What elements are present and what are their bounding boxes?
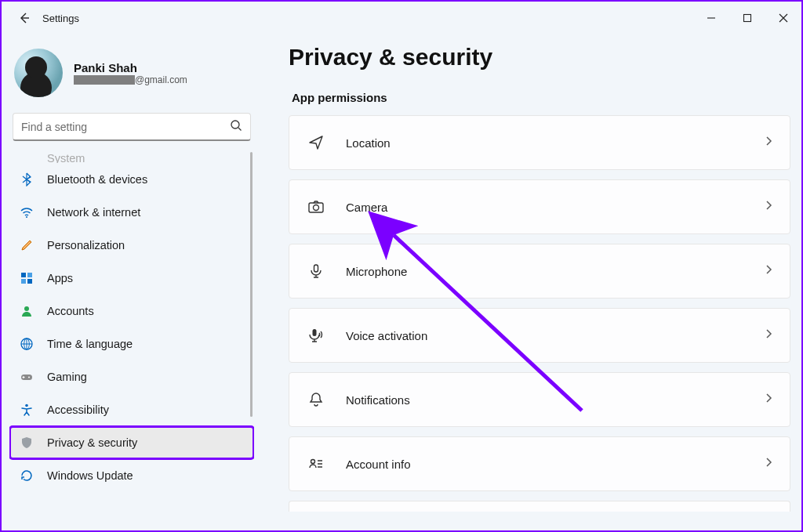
permission-notifications[interactable]: Notifications	[289, 372, 790, 427]
paintbrush-icon	[19, 238, 35, 252]
maximize-icon	[743, 13, 752, 23]
svg-point-13	[25, 404, 28, 407]
svg-rect-6	[21, 279, 26, 284]
voice-activation-icon	[305, 327, 327, 344]
permission-camera[interactable]: Camera	[289, 179, 790, 234]
update-icon	[19, 469, 35, 483]
permission-microphone[interactable]: Microphone	[289, 244, 790, 299]
bluetooth-icon	[19, 172, 35, 186]
chevron-right-icon	[763, 328, 774, 342]
chevron-right-icon	[763, 264, 774, 278]
minimize-button[interactable]	[693, 5, 729, 31]
sidebar-item-label: Personalization	[47, 239, 125, 252]
sidebar-item-privacy-security[interactable]: Privacy & security	[9, 426, 254, 459]
chevron-right-icon	[763, 457, 774, 471]
arrow-left-icon	[18, 12, 31, 24]
sidebar-item-accessibility[interactable]: Accessibility	[9, 393, 254, 426]
sidebar-item-label: Network & internet	[47, 206, 140, 219]
sidebar-item-time-language[interactable]: Time & language	[9, 328, 254, 360]
maximize-button[interactable]	[729, 5, 765, 31]
close-button[interactable]	[765, 5, 801, 31]
location-icon	[305, 134, 327, 151]
section-title: App permissions	[292, 91, 790, 104]
window-title: Settings	[42, 13, 79, 24]
shield-icon	[19, 436, 35, 450]
minimize-icon	[707, 13, 716, 23]
svg-point-3	[26, 216, 27, 218]
user-email: @gmail.com	[74, 74, 187, 85]
sidebar-item-accounts[interactable]: Accounts	[9, 295, 254, 328]
sidebar-item-label: Bluetooth & devices	[47, 173, 147, 186]
sidebar-item-gaming[interactable]: Gaming	[9, 360, 254, 393]
search-input[interactable]	[21, 121, 230, 133]
camera-icon	[305, 198, 327, 215]
svg-point-18	[311, 460, 315, 464]
chevron-right-icon	[763, 393, 774, 407]
sidebar-item-label: Gaming	[47, 371, 87, 383]
page-title: Privacy & security	[289, 44, 790, 71]
permission-label: Notifications	[346, 393, 410, 407]
sidebar-item-label: Accessibility	[47, 404, 109, 416]
sidebar-item-label: Windows Update	[47, 469, 133, 482]
sidebar-item-label: Privacy & security	[47, 436, 137, 449]
sidebar-item-windows-update[interactable]: Windows Update	[9, 459, 254, 492]
bell-icon	[305, 391, 327, 408]
search-icon	[230, 119, 242, 135]
permission-location[interactable]: Location	[289, 115, 790, 170]
microphone-icon	[305, 262, 327, 280]
svg-rect-4	[21, 273, 26, 277]
svg-rect-16	[314, 265, 318, 272]
svg-point-8	[24, 306, 29, 311]
nav-list: System Bluetooth & devices Network & int…	[9, 152, 254, 530]
permission-label: Location	[346, 136, 391, 150]
sidebar-item-label: System	[47, 152, 85, 163]
svg-rect-14	[309, 203, 323, 212]
accessibility-icon	[19, 403, 35, 417]
svg-point-12	[28, 377, 30, 378]
globe-clock-icon	[19, 337, 35, 351]
permission-label: Account info	[346, 458, 411, 471]
permission-account-info[interactable]: Account info	[289, 436, 790, 491]
svg-rect-0	[744, 15, 751, 22]
sidebar-item-label: Accounts	[47, 305, 94, 317]
sidebar-item-system[interactable]: System	[9, 152, 254, 163]
permission-next-partial[interactable]	[289, 501, 790, 512]
svg-point-15	[314, 205, 319, 211]
svg-rect-5	[27, 273, 32, 277]
search-box[interactable]	[13, 113, 251, 141]
chevron-right-icon	[763, 200, 774, 214]
svg-rect-17	[313, 329, 317, 336]
permission-label: Camera	[346, 201, 387, 214]
sidebar-item-personalization[interactable]: Personalization	[9, 229, 254, 262]
permission-voice-activation[interactable]: Voice activation	[289, 308, 790, 363]
chevron-right-icon	[763, 136, 774, 150]
permission-label: Voice activation	[346, 329, 427, 342]
system-icon	[19, 152, 35, 154]
account-info-icon	[305, 455, 327, 472]
titlebar: Settings	[2, 2, 801, 34]
sidebar: Panki Shah @gmail.com System	[2, 34, 260, 530]
svg-point-1	[231, 121, 239, 128]
close-icon	[779, 13, 788, 23]
avatar	[14, 49, 63, 97]
scrollbar[interactable]	[250, 152, 253, 417]
back-button[interactable]	[11, 5, 38, 31]
profile-block[interactable]: Panki Shah @gmail.com	[9, 41, 254, 111]
sidebar-item-bluetooth[interactable]: Bluetooth & devices	[9, 163, 254, 196]
gamepad-icon	[19, 370, 35, 384]
email-suffix: @gmail.com	[135, 74, 187, 85]
wifi-icon	[19, 205, 35, 219]
sidebar-item-label: Time & language	[47, 338, 133, 350]
svg-rect-7	[27, 279, 32, 284]
permission-label: Microphone	[346, 265, 407, 278]
sidebar-item-apps[interactable]: Apps	[9, 262, 254, 295]
redacted-text	[74, 75, 135, 85]
apps-icon	[19, 271, 35, 285]
person-icon	[19, 304, 35, 318]
user-name: Panki Shah	[74, 61, 187, 74]
main-content: Privacy & security App permissions Locat…	[260, 34, 801, 530]
sidebar-item-network[interactable]: Network & internet	[9, 196, 254, 229]
sidebar-item-label: Apps	[47, 272, 73, 284]
